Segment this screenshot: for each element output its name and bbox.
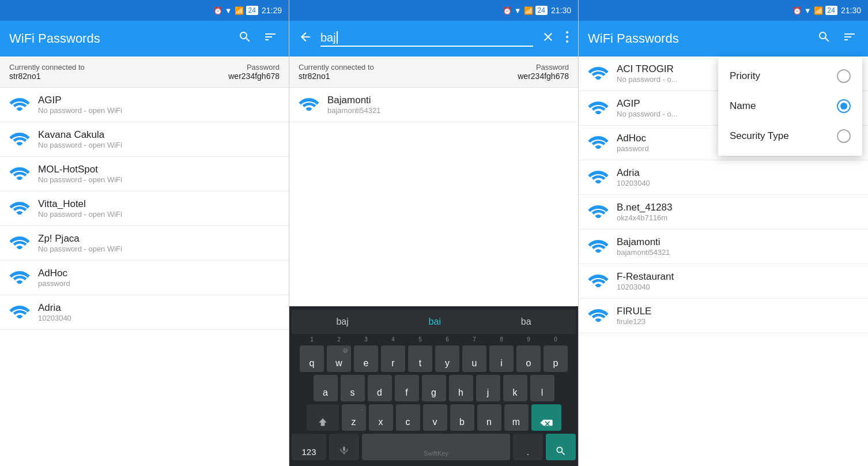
key-123[interactable]: 123 [292, 434, 326, 460]
filter-button-3[interactable] [840, 28, 859, 50]
key-n[interactable]: n [477, 404, 501, 431]
search-input-area[interactable]: baj [320, 31, 533, 47]
sort-name-radio[interactable] [837, 99, 851, 113]
list-item[interactable]: Adria 10203040 [579, 160, 868, 195]
list-item[interactable]: Bajamonti bajamonti54321 [579, 230, 868, 264]
key-h[interactable]: h [449, 375, 473, 401]
list-item[interactable]: Kavana Cakula No password - open WiFi [0, 122, 289, 157]
wifi-icon [588, 202, 609, 222]
alarm-icon: ⏰ [213, 6, 222, 15]
list-item[interactable]: Zp! Pjaca No password - open WiFi [0, 226, 289, 261]
connected-label-2: Currently connected to [299, 63, 374, 72]
suggestion-bai[interactable]: bai [420, 314, 450, 329]
app-title-3: WiFi Passwords [588, 31, 808, 46]
key-r[interactable]: r [381, 345, 405, 372]
wifi-sub: password [38, 279, 70, 288]
wifi-icon [588, 98, 609, 118]
wifi-name: Bajamonti [327, 95, 381, 106]
key-x[interactable]: x [369, 404, 393, 431]
key-u[interactable]: u [462, 345, 486, 372]
key-i[interactable]: i [489, 345, 514, 372]
list-item[interactable]: B.net_41283 okz4x4b7116m [579, 195, 868, 230]
clear-search-button[interactable] [539, 28, 557, 50]
key-l[interactable]: l [530, 375, 554, 401]
sort-security-type-label: Security Type [730, 130, 789, 142]
sort-security-type-radio[interactable] [837, 129, 851, 143]
sort-option-priority[interactable]: Priority [718, 61, 862, 91]
sort-priority-radio[interactable] [837, 69, 851, 83]
wifi-signal-icon: ▼ [225, 6, 232, 15]
wifi-sub: okz4x4b7116m [617, 213, 672, 222]
list-item[interactable]: Vitta_Hotel No password - open WiFi [0, 191, 289, 226]
wifi-sub: 10203040 [617, 179, 650, 187]
key-z[interactable]: -z [342, 404, 366, 431]
wifi-icon [9, 233, 30, 253]
key-j[interactable]: j [476, 375, 500, 401]
key-period[interactable]: . [513, 434, 543, 460]
wifi-name: Kavana Cakula [38, 129, 122, 141]
filter-button-1[interactable] [261, 28, 280, 50]
key-space[interactable]: SwiftKey [362, 434, 510, 460]
key-mic[interactable] [329, 434, 359, 460]
key-m[interactable]: m [504, 404, 529, 431]
status-bar-1: ⏰ ▼ 📶 24 21:29 [0, 0, 289, 21]
password-value-1: wer234fgh678 [228, 72, 280, 81]
key-k[interactable]: k [503, 375, 527, 401]
key-a[interactable]: a [314, 375, 338, 401]
key-p[interactable]: p [544, 345, 568, 372]
search-button-1[interactable] [236, 28, 254, 50]
wifi-info: Adria 10203040 [38, 302, 71, 322]
wifi-icon [9, 164, 30, 184]
key-w[interactable]: @w [327, 345, 351, 372]
more-options-button[interactable] [563, 28, 571, 50]
key-c[interactable]: c [396, 404, 420, 431]
key-t[interactable]: t [408, 345, 432, 372]
list-item[interactable]: AdHoc password [0, 261, 289, 295]
sort-option-security-type[interactable]: Security Type [718, 121, 862, 151]
key-e[interactable]: e [354, 345, 378, 372]
back-button[interactable] [296, 28, 315, 50]
list-item[interactable]: Adria 10203040 [0, 295, 289, 330]
battery-icon: 24 [535, 6, 548, 15]
key-o[interactable]: o [516, 345, 541, 372]
wifi-sub: No password - open WiFi [38, 245, 122, 253]
key-search[interactable] [546, 434, 576, 460]
key-b[interactable]: b [450, 404, 474, 431]
status-bar-2: ⏰ ▼ 📶 24 21:30 [289, 0, 578, 21]
key-g[interactable]: g [422, 375, 446, 401]
key-y[interactable]: y [435, 345, 459, 372]
key-d[interactable]: d [368, 375, 392, 401]
list-item[interactable]: F-Restaurant 10203040 [579, 264, 868, 299]
suggestion-baj[interactable]: baj [327, 314, 357, 329]
wifi-name: AGIP [38, 95, 122, 106]
wifi-sub: No password - o... [617, 110, 678, 118]
signal-icon: 📶 [814, 6, 823, 15]
password-label-2: Password [518, 63, 569, 72]
wifi-icon [9, 129, 30, 149]
key-q[interactable]: q [300, 345, 324, 372]
sort-option-name[interactable]: Name [718, 91, 862, 121]
wifi-name: F-Restaurant [617, 271, 674, 283]
list-item[interactable]: AGIP No password - open WiFi [0, 88, 289, 122]
connected-label-1: Currently connected to [9, 63, 85, 72]
status-icons-1: ⏰ ▼ 📶 24 [213, 6, 258, 15]
key-f[interactable]: f [395, 375, 419, 401]
key-s[interactable]: s [341, 375, 365, 401]
key-backspace[interactable] [531, 404, 561, 431]
kbd-row-2: a s d f g h j k l [292, 375, 576, 401]
list-item[interactable]: Bajamonti bajamonti54321 [289, 88, 578, 122]
battery-icon: 24 [246, 6, 258, 15]
wifi-sub: bajamonti54321 [617, 248, 670, 257]
wifi-icon [9, 198, 30, 219]
status-icons-2: ⏰ ▼ 📶 24 [503, 6, 548, 15]
wifi-sub: No password - open WiFi [38, 141, 122, 149]
suggestion-ba[interactable]: ba [512, 314, 541, 329]
list-item[interactable]: MOL-HotSpot No password - open WiFi [0, 157, 289, 191]
status-bar-3: ⏰ ▼ 📶 24 21:30 [579, 0, 868, 21]
search-button-3[interactable] [815, 28, 833, 50]
key-v[interactable]: v [423, 404, 447, 431]
list-item[interactable]: FIRULE firule123 [579, 299, 868, 333]
wifi-icon [588, 167, 609, 187]
key-shift[interactable] [307, 404, 339, 431]
sort-priority-label: Priority [730, 70, 760, 82]
